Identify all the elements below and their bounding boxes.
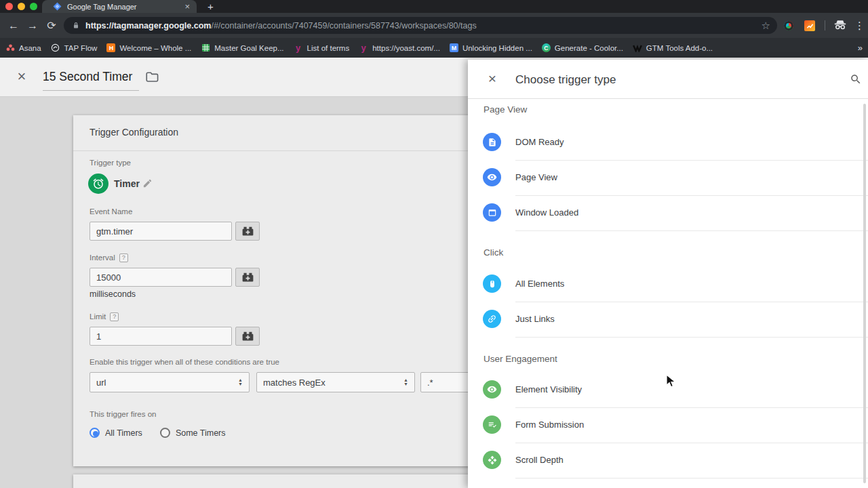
macos-zoom-light[interactable] xyxy=(30,3,37,10)
all-timers-label: All Timers xyxy=(105,428,142,438)
h-letter-icon: H xyxy=(106,43,115,52)
limit-input[interactable] xyxy=(90,327,232,346)
browser-navbar: ← → ⟳ https://tagmanager.google.com/#/co… xyxy=(0,13,868,38)
alarm-clock-icon xyxy=(92,178,104,190)
analytics-extension-icon[interactable] xyxy=(804,20,815,31)
fires-on-label: This trigger fires on xyxy=(90,410,156,418)
trigger-item-dom-ready[interactable]: DOM Ready xyxy=(468,125,868,160)
bookmark-yoast[interactable]: y https://yoast.com/... xyxy=(359,41,440,56)
select-spinner-icon: ▲▼ xyxy=(403,378,408,386)
section-page-view: Page View xyxy=(484,104,527,115)
dom-ready-document-icon xyxy=(483,133,501,151)
interval-label: Interval? xyxy=(90,253,128,262)
analytics-arrow-icon xyxy=(806,22,814,30)
event-name-input[interactable] xyxy=(90,222,232,241)
gtm-tools-icon xyxy=(633,43,642,53)
bookmark-generate-coolors[interactable]: C Generate - Coolor... xyxy=(542,41,623,56)
browser-tab[interactable]: Google Tag Manager × xyxy=(42,0,197,13)
some-timers-label: Some Timers xyxy=(176,428,226,438)
panel-close-icon[interactable]: × xyxy=(484,69,500,88)
conditions-label: Enable this trigger when all of these co… xyxy=(90,358,279,366)
new-tab-button[interactable]: + xyxy=(208,0,214,13)
all-timers-radio[interactable] xyxy=(90,428,100,438)
bookmark-gtm-tools[interactable]: GTM Tools Add-o... xyxy=(633,41,713,56)
trigger-name-title[interactable]: 15 Second Timer xyxy=(43,70,132,84)
page-view-eye-icon xyxy=(483,168,501,186)
panel-scrollbar[interactable] xyxy=(863,104,866,483)
url-path: /#/container/accounts/7407459/containers… xyxy=(211,21,761,30)
bookmarks-overflow-icon[interactable]: » xyxy=(858,43,863,53)
window-loaded-icon xyxy=(483,203,501,222)
back-icon[interactable]: ← xyxy=(5,13,22,38)
trigger-item-window-loaded[interactable]: Window Loaded xyxy=(468,195,868,230)
visibility-eye-icon xyxy=(483,380,501,399)
bookmark-unlocking-hidden[interactable]: M Unlocking Hidden ... xyxy=(450,41,532,56)
tab-title: Google Tag Manager xyxy=(67,3,184,11)
condition-variable-select[interactable]: url ▲▼ xyxy=(90,372,250,392)
bookmark-welcome-whole[interactable]: H Welcome – Whole ... xyxy=(106,41,191,56)
limit-variable-button[interactable] xyxy=(235,327,260,346)
bookmark-list-of-terms[interactable]: y List of terms xyxy=(294,41,350,56)
panel-title: Choose trigger type xyxy=(515,73,616,87)
scroll-arrows-icon xyxy=(483,451,501,469)
timer-trigger-icon xyxy=(88,174,108,194)
select-spinner-icon: ▲▼ xyxy=(238,378,243,386)
trigger-item-form-submission[interactable]: Form Submission xyxy=(468,407,868,443)
bookmarks-bar: Asana TAP Flow H Welcome – Whole ... Mas… xyxy=(0,38,868,58)
macos-minimize-light[interactable] xyxy=(18,3,25,10)
condition-operator-select[interactable]: matches RegEx ▲▼ xyxy=(256,372,415,392)
incognito-profile-icon[interactable] xyxy=(833,18,848,35)
limit-help-icon[interactable]: ? xyxy=(110,312,119,321)
colorwheel-extension-icon[interactable] xyxy=(784,21,793,30)
gtm-favicon-icon xyxy=(53,2,62,11)
bookmark-tap-flow[interactable]: TAP Flow xyxy=(51,41,98,56)
tap-flow-icon xyxy=(51,43,60,53)
reload-icon[interactable]: ⟳ xyxy=(43,13,60,38)
macos-close-light[interactable] xyxy=(5,3,13,10)
lock-icon xyxy=(72,21,80,30)
variable-brick-icon xyxy=(241,226,254,237)
link-icon xyxy=(483,310,501,328)
panel-header-divider xyxy=(468,98,868,99)
interval-input[interactable] xyxy=(90,268,232,287)
mouse-icon xyxy=(483,274,501,293)
interval-unit: milliseconds xyxy=(90,289,136,299)
browser-menu-icon[interactable]: ⋮ xyxy=(854,13,865,38)
editor-close-icon[interactable]: × xyxy=(14,67,30,86)
url-domain: https://tagmanager.google.com xyxy=(85,21,211,30)
asana-icon xyxy=(5,43,15,53)
bookmark-star-icon[interactable]: ☆ xyxy=(762,20,770,32)
interval-variable-button[interactable] xyxy=(235,268,260,287)
yoast-y-icon: y xyxy=(294,43,303,53)
choose-trigger-type-panel: × Choose trigger type Page View DOM Read… xyxy=(468,60,868,488)
trigger-type-label: Trigger type xyxy=(90,159,131,167)
url-bar[interactable]: https://tagmanager.google.com/#/containe… xyxy=(64,17,777,34)
form-check-icon xyxy=(483,415,501,434)
browser-titlebar: Google Tag Manager × + xyxy=(0,0,868,13)
edit-pencil-icon[interactable] xyxy=(142,178,153,191)
limit-label: Limit? xyxy=(90,312,119,321)
interval-help-icon[interactable]: ? xyxy=(119,253,128,262)
some-timers-radio[interactable] xyxy=(160,428,170,438)
toolbar-divider xyxy=(825,20,825,30)
trigger-item-page-view[interactable]: Page View xyxy=(468,160,868,195)
mouse-cursor xyxy=(666,374,677,391)
forward-icon[interactable]: → xyxy=(24,13,41,38)
event-name-variable-button[interactable] xyxy=(235,222,260,241)
trigger-item-scroll-depth[interactable]: Scroll Depth xyxy=(468,443,868,478)
bookmark-asana[interactable]: Asana xyxy=(5,41,41,56)
tab-close-icon[interactable]: × xyxy=(184,1,190,12)
trigger-item-all-elements[interactable]: All Elements xyxy=(468,266,868,302)
variable-brick-icon xyxy=(241,331,254,342)
section-click: Click xyxy=(484,247,503,258)
bookmark-master-goal-keeper[interactable]: Master Goal Keep... xyxy=(201,41,283,56)
trigger-item-just-links[interactable]: Just Links xyxy=(468,302,868,337)
yoast-y-icon: y xyxy=(359,43,368,53)
search-icon[interactable] xyxy=(850,73,862,88)
event-name-label: Event Name xyxy=(90,207,132,216)
coolors-c-icon: C xyxy=(542,43,551,52)
medium-m-icon: M xyxy=(450,43,458,52)
section-user-engagement: User Engagement xyxy=(484,354,557,364)
card-title: Trigger Configuration xyxy=(90,127,178,138)
folder-icon[interactable] xyxy=(145,70,159,85)
